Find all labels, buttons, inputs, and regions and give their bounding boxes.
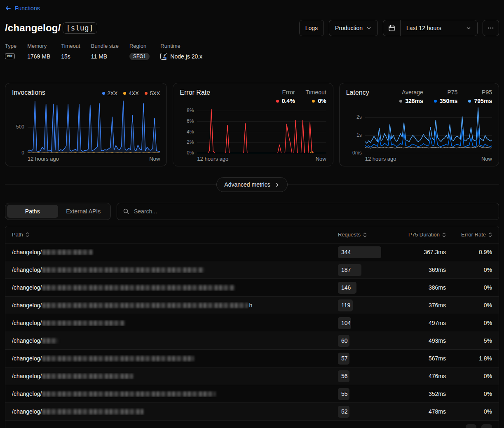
y-tick-label: 0% xyxy=(187,150,194,156)
legend-header: Average xyxy=(402,89,423,96)
y-tick-label: 2s xyxy=(356,114,362,120)
tab-external-apis[interactable]: External APIs xyxy=(58,205,109,218)
table-row[interactable]: /changelog/60493ms5% xyxy=(5,332,499,350)
path-prefix: /changelog/ xyxy=(12,355,42,362)
column-header-duration[interactable]: P75 Duration xyxy=(384,232,446,238)
page-title: /changelog/ [slug] xyxy=(5,22,97,34)
metrics-cards: Invocations2XX4XX5XX500012 hours agoNowE… xyxy=(5,83,499,166)
filter-row: PathsExternal APIs xyxy=(5,203,499,220)
more-options-button[interactable] xyxy=(483,20,499,36)
error-rate-cell: 0% xyxy=(446,391,492,397)
redacted-path-segment xyxy=(42,356,194,361)
requests-value: 57 xyxy=(341,355,348,362)
meta-label: Region xyxy=(129,43,150,49)
search-icon xyxy=(123,208,129,215)
x-axis-end-label: Now xyxy=(149,156,160,162)
nodejs-function-icon: f xyxy=(160,53,167,60)
column-header-error-rate[interactable]: Error Rate xyxy=(446,232,492,238)
x-axis-labels: 12 hours agoNow xyxy=(346,156,492,162)
advanced-metrics-button[interactable]: Advanced metrics xyxy=(216,177,287,192)
y-tick-label: 0ms xyxy=(352,150,362,156)
meta-value: fNode.js 20.x xyxy=(160,52,202,60)
meta-value: SFO1 xyxy=(129,52,150,60)
column-header-requests[interactable]: Requests xyxy=(338,232,384,238)
requests-value: 60 xyxy=(341,337,348,344)
requests-value: 146 xyxy=(341,284,351,291)
requests-value: 187 xyxy=(341,267,351,273)
error-rate-cell: 0.9% xyxy=(446,249,492,255)
error-rate-cell: 5% xyxy=(446,337,492,344)
table-row[interactable]: /changelog/187369ms0% xyxy=(5,261,499,279)
legend-item: 4XX xyxy=(123,90,139,96)
x-axis-start-label: 12 hours ago xyxy=(197,156,228,162)
table-row[interactable]: /changelog/344367.3ms0.9% xyxy=(5,243,499,261)
duration-cell: 497ms xyxy=(384,320,446,326)
chart-card-error-rate: Error RateError0.4%Timeout0%8%6%4%2%0%12… xyxy=(173,83,333,166)
sort-icon xyxy=(442,232,446,238)
legend-column: Average328ms xyxy=(399,89,423,104)
meta-column: Memory1769 MB xyxy=(27,43,50,60)
chart-plot[interactable] xyxy=(28,99,160,153)
legend-value-text: 0% xyxy=(318,98,326,104)
requests-cell: 60 xyxy=(338,335,384,347)
path-cell: /changelog/h xyxy=(12,302,338,309)
chart-legend: Error0.4%Timeout0% xyxy=(276,89,326,104)
chart-plot[interactable] xyxy=(365,107,492,153)
meta-value: 1769 MB xyxy=(27,52,50,60)
table-row[interactable]: /changelog/57567ms1.8% xyxy=(5,350,499,367)
legend-item: 5XX xyxy=(145,90,160,96)
path-prefix: /changelog/ xyxy=(12,320,42,326)
table-row[interactable]: /changelog/52478ms0% xyxy=(5,403,499,421)
chart-plot[interactable] xyxy=(197,107,326,153)
duration-cell: 478ms xyxy=(384,408,446,415)
next-page-button[interactable] xyxy=(481,424,492,428)
y-tick-label: 6% xyxy=(187,118,194,124)
chart-legend: 2XX4XX5XX xyxy=(102,89,160,96)
show-rows-select[interactable]: Show 10 xyxy=(12,427,41,428)
requests-cell: 55 xyxy=(338,388,384,400)
tab-paths[interactable]: Paths xyxy=(7,205,58,218)
meta-column: Bundle size11 MB xyxy=(91,43,119,60)
runtime-value: Node.js 20.x xyxy=(170,53,202,60)
time-range-select[interactable]: Last 12 hours xyxy=(383,20,478,36)
chevron-right-icon xyxy=(274,182,280,187)
requests-bar: 104 xyxy=(338,317,351,329)
advanced-metrics-divider: Advanced metrics xyxy=(5,176,499,193)
error-rate-cell: 0% xyxy=(446,284,492,291)
search-input[interactable] xyxy=(134,208,493,215)
requests-bar: 60 xyxy=(338,335,349,347)
table-row[interactable]: /changelog/104497ms0% xyxy=(5,314,499,332)
redacted-path-segment xyxy=(42,374,133,379)
legend-value-text: 795ms xyxy=(474,98,492,104)
back-to-functions-link[interactable]: Functions xyxy=(5,5,40,12)
path-cell: /changelog/ xyxy=(12,391,338,397)
column-header-path[interactable]: Path xyxy=(12,232,338,238)
x-axis-start-label: 12 hours ago xyxy=(28,156,59,162)
table-row[interactable]: /changelog/h119376ms0% xyxy=(5,297,499,314)
pagination: 1 of 20 xyxy=(444,424,492,428)
table-row[interactable]: /changelog/146386ms0% xyxy=(5,279,499,297)
path-prefix: /changelog/ xyxy=(12,249,42,255)
redacted-path-segment xyxy=(42,303,248,308)
redacted-path-segment xyxy=(42,338,58,344)
legend-value-text: 0.4% xyxy=(282,98,295,104)
y-axis-labels: 2s1s0ms xyxy=(346,107,365,153)
error-rate-cell: 0% xyxy=(446,267,492,273)
path-cell: /changelog/ xyxy=(12,249,338,255)
environment-select[interactable]: Production xyxy=(329,20,378,36)
meta-label: Memory xyxy=(27,43,50,49)
logs-button[interactable]: Logs xyxy=(299,20,324,36)
legend-dot xyxy=(276,100,279,103)
table-row[interactable]: /changelog/55352ms0% xyxy=(5,385,499,403)
legend-dot xyxy=(468,100,471,103)
meta-column: TypeISR xyxy=(5,43,16,60)
table-row[interactable]: /changelog/56476ms0% xyxy=(5,367,499,385)
requests-value: 56 xyxy=(341,373,348,379)
title-row: /changelog/ [slug] Logs Production Last … xyxy=(5,20,499,36)
error-rate-cell: 0% xyxy=(446,320,492,326)
previous-page-button[interactable] xyxy=(466,424,476,428)
path-prefix: /changelog/ xyxy=(12,267,42,273)
x-axis-labels: 12 hours agoNow xyxy=(12,156,160,162)
error-rate-cell: 0% xyxy=(446,302,492,309)
page-title-prefix: /changelog/ xyxy=(5,22,61,34)
